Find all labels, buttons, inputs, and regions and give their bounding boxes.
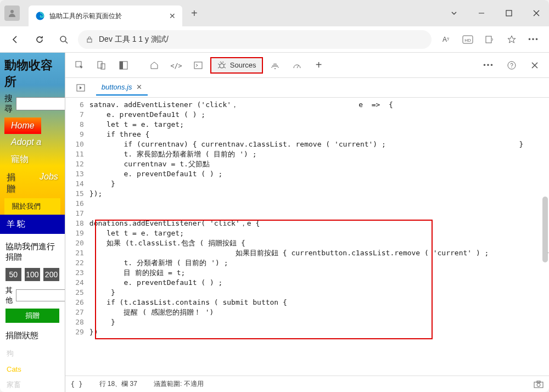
file-tab-close-icon[interactable]: ✕ [136,83,142,91]
more-button[interactable]: ••• [524,30,544,49]
format-icon[interactable]: { } [71,380,83,388]
svg-rect-9 [486,36,491,43]
close-window-button[interactable] [524,2,549,24]
tab-title: 協助工具的示範頁面位於 [49,12,165,21]
status-heading: 捐贈狀態 [0,331,65,345]
status-list: 狗 Cats 家畜 Small Pets 其他 [0,345,65,392]
sources-tab[interactable]: Sources [210,57,263,74]
svg-line-19 [297,65,299,68]
back-button[interactable] [5,30,25,49]
main-nav: Home Adopt a 寵物 捐贈 Jobs 關於我們 [4,117,60,215]
nav-home[interactable]: Home [4,117,41,134]
site-title: 動物收容所 [4,56,60,93]
caret-down-icon[interactable] [441,2,467,24]
file-tab-label: buttons.js [102,83,132,91]
help-icon[interactable]: ? [502,55,522,75]
vertical-scrollbar[interactable] [542,197,548,262]
elements-tab-icon[interactable]: </> [166,55,186,75]
nav-donate[interactable]: 捐贈 [4,169,22,198]
add-tab-button[interactable]: + [309,55,329,75]
nav-pets[interactable]: 寵物 [4,150,35,169]
maximize-button[interactable] [496,2,522,24]
svg-point-0 [10,10,14,13]
status-item[interactable]: Cats [0,362,65,377]
search-button[interactable] [54,30,74,49]
device-icon[interactable] [92,55,111,75]
sources-label: Sources [230,61,256,69]
console-tab-icon[interactable] [188,55,208,75]
profile-avatar[interactable] [4,5,20,21]
file-tab-bar: buttons.js ✕ [65,78,549,98]
nav-adopt[interactable]: Adopt a [4,134,48,150]
lock-icon [86,36,93,43]
status-item[interactable]: 家畜 [0,377,65,392]
devtools-more-button[interactable]: ••• [479,55,498,75]
navigator-toggle-icon[interactable] [71,78,91,98]
svg-rect-14 [120,61,123,69]
svg-text:</>: </> [171,62,182,69]
hd-icon[interactable]: HD [458,30,478,49]
svg-point-17 [220,64,224,68]
coverage-status: 涵蓋範圍: 不適用 [154,379,204,389]
edge-icon [35,11,45,21]
svg-point-4 [60,36,66,42]
svg-rect-3 [506,10,512,16]
devtools-close-button[interactable] [525,55,545,75]
other-label: 其他 [5,285,13,305]
screenshot-icon[interactable] [534,380,544,388]
dock-icon[interactable] [114,55,133,75]
amount-200[interactable]: 200 [43,268,59,281]
status-item[interactable]: 狗 [0,345,65,362]
donate-submit-button[interactable]: 捐贈 [5,309,59,323]
svg-rect-6 [87,39,92,42]
text-size-icon[interactable]: Aﾂ [436,30,456,49]
address-bar[interactable]: Dev 工具 1 1 y 測試/ [78,30,432,49]
amount-100[interactable]: 100 [25,268,41,281]
refresh-button[interactable] [30,30,49,49]
welcome-tab-icon[interactable] [144,55,164,75]
svg-point-18 [274,68,276,69]
url-text: Dev 工具 1 1 y 測試/ [99,35,169,44]
bug-icon [217,60,227,70]
svg-rect-16 [194,62,202,69]
search-input[interactable] [16,97,65,110]
person-icon [8,9,16,18]
svg-rect-11 [98,61,102,68]
svg-text:HD: HD [464,38,471,43]
sheep-item[interactable]: 羊 駝 [0,215,65,234]
rendered-page: 動物收容所 搜尋 go Home Adopt a 寵物 捐贈 Jobs 關於我們… [0,53,65,392]
window-titlebar: 協助工具的示範頁面位於 ✕ + [0,0,549,26]
cursor-position: 行 18、欄 37 [99,379,137,389]
devtools-panel: </> Sources + ••• ? buttons.js ✕ [65,53,549,392]
svg-point-24 [537,383,540,387]
search-label: 搜尋 [4,93,13,114]
nav-jobs[interactable]: Jobs [33,169,65,198]
minimize-button[interactable] [469,2,494,24]
inspect-icon[interactable] [70,55,89,75]
browser-tab[interactable]: 協助工具的示範頁面位於 ✕ [29,5,182,26]
highlight-box [95,220,433,339]
code-editor[interactable]: 6789101112131415161718192021222324252627… [65,98,549,376]
file-tab-buttons-js[interactable]: buttons.js ✕ [96,80,148,96]
network-tab-icon[interactable] [265,55,285,75]
new-tab-button[interactable]: + [188,4,201,23]
svg-line-5 [65,41,68,43]
performance-tab-icon[interactable] [287,55,307,75]
favorite-icon[interactable] [502,30,522,49]
browser-toolbar: Dev 工具 1 1 y 測試/ Aﾂ HD ••• [0,26,549,53]
devtools-statusbar: { } 行 18、欄 37 涵蓋範圍: 不適用 [65,376,549,392]
tab-close-button[interactable]: ✕ [169,12,176,20]
read-aloud-icon[interactable] [480,30,500,49]
nav-about[interactable]: 關於我們 [4,198,60,215]
line-gutter: 6789101112131415161718192021222324252627… [65,100,89,337]
devtools-tab-bar: </> Sources + ••• ? [65,53,549,78]
donate-heading: 協助我們進行捐贈 [5,242,59,262]
svg-text:?: ? [510,63,513,69]
other-amount-input[interactable] [16,289,65,301]
amount-50[interactable]: 50 [5,268,21,281]
